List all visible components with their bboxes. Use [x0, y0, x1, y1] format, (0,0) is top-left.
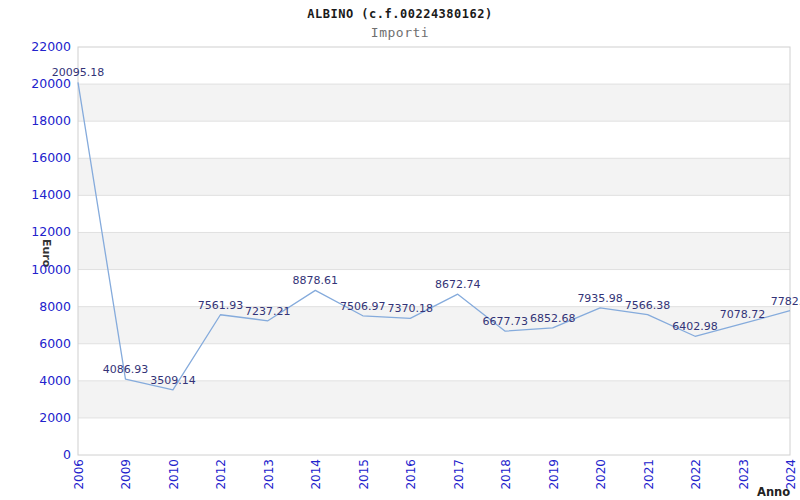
x-tick-label: 2006 — [72, 459, 86, 490]
importi-line-chart-page: ALBINO (c.f.00224380162) Importi Euro 02… — [0, 0, 800, 500]
x-tick-label: 2010 — [167, 459, 181, 490]
point-label: 7237.21 — [245, 305, 291, 318]
plot-band — [78, 158, 790, 195]
y-tick-label: 12000 — [31, 224, 71, 239]
x-tick-label: 2022 — [689, 459, 703, 490]
y-tick-label: 8000 — [39, 299, 71, 314]
x-tick-label: 2009 — [119, 459, 133, 490]
point-label: 8672.74 — [435, 278, 481, 291]
x-tick-label: 2017 — [452, 459, 466, 490]
x-tick-label: 2021 — [642, 459, 656, 490]
point-label: 7561.93 — [198, 299, 244, 312]
x-axis-title: Anno — [757, 485, 790, 499]
point-label: 6402.98 — [672, 320, 718, 333]
point-label: 6677.73 — [482, 315, 528, 328]
point-label: 8878.61 — [293, 274, 339, 287]
point-label: 3509.14 — [150, 374, 196, 387]
plot-band — [78, 121, 790, 158]
y-tick-label: 16000 — [31, 150, 71, 165]
plot-band — [78, 47, 790, 84]
plot-band — [78, 195, 790, 232]
x-tick-label: 2020 — [594, 459, 608, 490]
y-tick-label: 0 — [63, 447, 71, 462]
plot-band — [78, 232, 790, 269]
x-tick-label: 2014 — [309, 459, 323, 490]
y-tick-label: 10000 — [31, 262, 71, 277]
x-tick-label: 2023 — [737, 459, 751, 490]
y-tick-label: 2000 — [39, 410, 71, 425]
plot-band — [78, 418, 790, 455]
x-tick-label: 2018 — [499, 459, 513, 490]
point-label: 7566.38 — [625, 299, 671, 312]
plot-band — [78, 84, 790, 121]
x-tick-label: 2016 — [404, 459, 418, 490]
x-tick-label: 2019 — [547, 459, 561, 490]
x-tick-label: 2015 — [357, 459, 371, 490]
point-label: 4086.93 — [103, 363, 149, 376]
y-tick-label: 18000 — [31, 113, 71, 128]
y-tick-label: 4000 — [39, 373, 71, 388]
point-label: 7506.97 — [340, 300, 386, 313]
point-label: 7370.18 — [388, 302, 434, 315]
point-label: 7935.98 — [577, 292, 623, 305]
x-tick-label: 2012 — [214, 459, 228, 490]
point-label: 20095.18 — [52, 66, 105, 79]
line-chart-plot: 0200040006000800010000120001400016000180… — [0, 0, 800, 500]
point-label: 7078.72 — [720, 308, 766, 321]
point-label: 6852.68 — [530, 312, 576, 325]
y-tick-label: 22000 — [31, 39, 71, 54]
y-tick-label: 6000 — [39, 336, 71, 351]
point-label: 7782.7 — [771, 295, 800, 308]
y-tick-label: 14000 — [31, 187, 71, 202]
x-tick-label: 2013 — [262, 459, 276, 490]
